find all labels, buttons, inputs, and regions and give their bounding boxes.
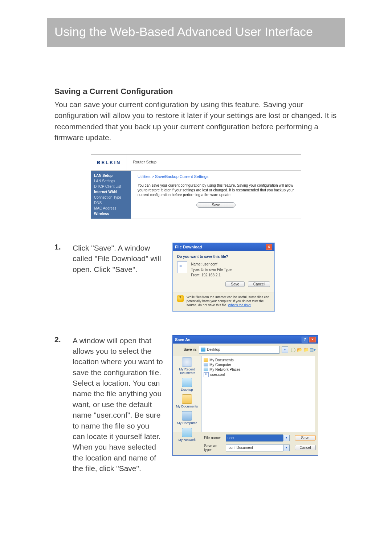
- place-mynet[interactable]: My Network: [174, 428, 200, 442]
- list-item[interactable]: My Computer: [204, 362, 313, 367]
- place-mycomp[interactable]: My Computer: [174, 411, 200, 425]
- sa-save-button[interactable]: Save: [295, 435, 316, 441]
- mycomputer-icon: [182, 411, 192, 421]
- up-one-level-icon[interactable]: 📂: [297, 347, 302, 352]
- new-folder-icon[interactable]: 📁: [303, 347, 309, 352]
- chevron-down-icon[interactable]: ▾: [283, 435, 290, 441]
- sidebar-item-dns[interactable]: DNS: [91, 200, 131, 206]
- place-desktop[interactable]: Desktop: [174, 378, 200, 391]
- item-mycomp: My Computer: [209, 363, 231, 367]
- place-mynet-label: My Network: [178, 438, 196, 442]
- file-icon: [177, 261, 187, 273]
- fd-warning-link[interactable]: What's the risk?: [228, 303, 251, 307]
- page-title: Using the Web-Based Advanced User Interf…: [47, 18, 345, 47]
- item-mynetplaces: My Network Places: [209, 368, 241, 372]
- fd-save-button[interactable]: Save: [225, 281, 245, 287]
- filename-label: File name:: [204, 436, 226, 440]
- shield-icon: [177, 295, 184, 302]
- place-mydocs[interactable]: My Documents: [174, 394, 200, 408]
- desktop-folder-icon: [201, 348, 205, 352]
- fd-from-value: 192.168.2.1: [201, 273, 221, 277]
- mydocs-icon: [182, 394, 192, 404]
- saveastype-value: .conf Document: [228, 446, 253, 450]
- file-download-dialog: File Download × Do you want to save this…: [172, 243, 275, 312]
- views-icon[interactable]: ▥▾: [310, 347, 315, 352]
- fd-type-value: Unknown File Type: [201, 268, 232, 272]
- intro-paragraph: You can save your current configuration …: [54, 99, 338, 143]
- close-icon[interactable]: ×: [309, 337, 316, 342]
- list-item[interactable]: My Network Places: [204, 367, 313, 372]
- chevron-down-icon[interactable]: ▾: [283, 445, 290, 451]
- router-breadcrumb: Utilities > Save/Backup Current Settings: [138, 174, 294, 179]
- close-icon[interactable]: ×: [266, 244, 272, 250]
- fd-from-label: From:: [191, 272, 200, 278]
- list-item[interactable]: user.conf: [204, 372, 313, 378]
- places-bar: My Recent Documents Desktop My Documents…: [173, 356, 201, 432]
- saveastype-input[interactable]: .conf Document: [226, 444, 283, 451]
- sa-cancel-button[interactable]: Cancel: [295, 445, 316, 450]
- save-as-title: Save As: [175, 337, 190, 342]
- save-as-dialog: Save As ? × Save in: Desktop ▾ ◯ �: [172, 335, 318, 456]
- router-header-title: Router Setup: [127, 155, 162, 170]
- step1-text: Click "Save". A window called "File Down…: [73, 243, 163, 312]
- sidebar-item-internet-wan[interactable]: Internet WAN: [91, 189, 131, 195]
- filename-input[interactable]: user: [226, 434, 283, 442]
- saveastype-label: Save as type:: [204, 444, 226, 452]
- savein-combo[interactable]: Desktop: [199, 346, 279, 354]
- fd-warning: While files from the Internet can be use…: [187, 295, 270, 308]
- fd-name-label: Name:: [191, 261, 201, 267]
- place-recent-label: My Recent Documents: [174, 368, 200, 375]
- router-sidebar: LAN Setup LAN Settings DHCP Client List …: [91, 171, 131, 219]
- fd-type-label: Type:: [191, 267, 200, 272]
- router-save-button[interactable]: Save: [196, 202, 236, 208]
- filename-value: user: [228, 436, 234, 440]
- place-mydocs-label: My Documents: [176, 405, 198, 408]
- sidebar-item-lan-settings[interactable]: LAN Settings: [91, 178, 131, 184]
- item-userconf: user.conf: [210, 373, 225, 377]
- computer-icon: [204, 363, 208, 366]
- step1-number: 1.: [54, 243, 64, 312]
- folder-icon: [204, 358, 208, 362]
- router-description: You can save your current configuration …: [138, 183, 294, 197]
- chevron-down-icon[interactable]: ▾: [282, 346, 288, 353]
- recent-docs-icon: [182, 357, 192, 367]
- file-download-question: Do you want to save this file?: [177, 255, 270, 259]
- network-places-icon: [204, 368, 208, 371]
- step2-number: 2.: [54, 335, 64, 474]
- item-mydocs: My Documents: [209, 358, 234, 362]
- file-list-area[interactable]: My Documents My Computer My Network Plac…: [201, 356, 315, 432]
- sidebar-item-connection-type[interactable]: Connection Type: [91, 195, 131, 200]
- sidebar-item-mac-address[interactable]: MAC Address: [91, 206, 131, 211]
- savein-value: Desktop: [207, 348, 220, 352]
- help-icon[interactable]: ?: [302, 337, 308, 342]
- sidebar-item-lan-setup[interactable]: LAN Setup: [91, 173, 131, 178]
- desktop-icon: [182, 378, 192, 387]
- list-item[interactable]: My Documents: [204, 358, 313, 362]
- fd-cancel-button[interactable]: Cancel: [248, 281, 270, 287]
- file-download-title: File Download: [175, 245, 202, 249]
- place-desktop-label: Desktop: [181, 388, 193, 391]
- savein-label: Save in:: [176, 348, 197, 352]
- mynetwork-icon: [182, 428, 192, 437]
- router-screenshot: BELKIN Router Setup LAN Setup LAN Settin…: [91, 154, 301, 219]
- section-heading: Saving a Current Configuration: [54, 87, 338, 96]
- place-mycomp-label: My Computer: [177, 421, 197, 425]
- sidebar-item-dhcp-client-list[interactable]: DHCP Client List: [91, 184, 131, 189]
- fd-name-value: user.conf: [203, 262, 217, 266]
- place-recent[interactable]: My Recent Documents: [174, 357, 200, 375]
- router-brand-logo: BELKIN: [91, 155, 127, 170]
- back-icon[interactable]: ◯: [290, 347, 295, 352]
- file-icon: [204, 372, 209, 377]
- step2-text: A window will open that allows you to se…: [73, 335, 163, 474]
- sidebar-item-wireless[interactable]: Wireless: [91, 211, 131, 216]
